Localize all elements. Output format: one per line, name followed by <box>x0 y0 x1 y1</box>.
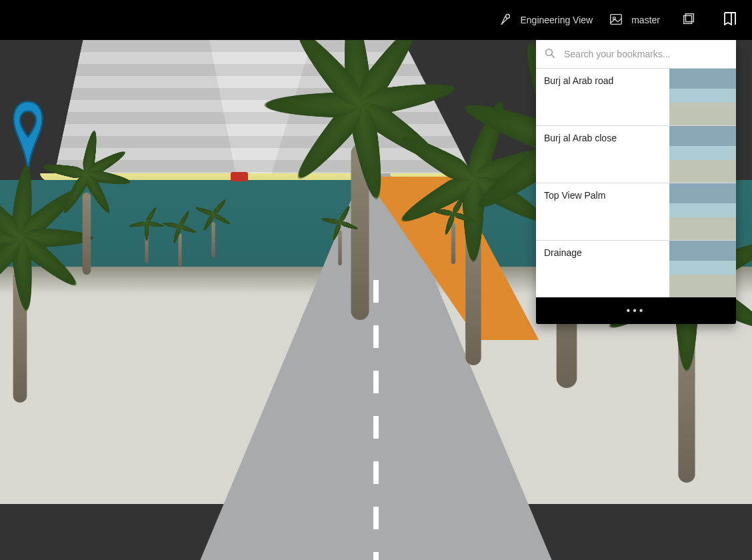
bookmark-item[interactable]: Burj al Arab close <box>536 125 736 183</box>
ellipsis-icon: ••• <box>627 305 646 317</box>
svg-point-0 <box>506 14 510 18</box>
windowed-icon <box>681 11 696 29</box>
bookmark-label: Top View Palm <box>536 183 669 209</box>
vehicle-red <box>231 172 248 181</box>
bookmarks-search-input[interactable] <box>563 48 728 60</box>
bookmark-item[interactable]: Top View Palm <box>536 183 736 240</box>
bookmark-item[interactable]: Drainage <box>536 240 736 297</box>
svg-rect-3 <box>685 14 693 22</box>
windowed-button[interactable] <box>676 7 701 33</box>
bookmark-label: Burj al Arab road <box>536 69 669 94</box>
search-icon <box>544 47 556 61</box>
bookmarks-button[interactable] <box>717 7 743 33</box>
branch-label: master <box>631 15 660 25</box>
bookmark-thumbnail <box>669 183 736 240</box>
view-mode-label: Engineering View <box>520 15 593 25</box>
svg-rect-4 <box>684 15 692 23</box>
bookmark-thumbnail <box>669 241 736 297</box>
bookmarks-search-row <box>536 40 736 68</box>
bookmark-icon <box>722 11 738 29</box>
branch-selector[interactable]: master <box>609 12 660 29</box>
app-stage: Engineering View master <box>0 0 752 560</box>
svg-rect-1 <box>611 14 622 24</box>
view-mode-selector[interactable]: Engineering View <box>497 12 593 29</box>
bookmark-item[interactable]: Burj al Arab road <box>536 68 736 125</box>
bookmark-label: Drainage <box>536 241 669 266</box>
bookmarks-more-button[interactable]: ••• <box>536 297 736 324</box>
bookmark-label: Burj al Arab close <box>536 126 669 151</box>
lane-center-line <box>373 280 379 560</box>
photo-icon <box>609 12 623 29</box>
location-marker-icon <box>12 100 44 180</box>
top-header: Engineering View master <box>0 0 752 40</box>
bookmark-thumbnail <box>669 126 736 183</box>
bookmark-thumbnail <box>669 69 736 125</box>
bookmarks-panel: Burj al Arab road Burj al Arab close Top… <box>536 40 736 324</box>
drafting-icon <box>497 12 512 29</box>
svg-point-5 <box>546 49 553 55</box>
